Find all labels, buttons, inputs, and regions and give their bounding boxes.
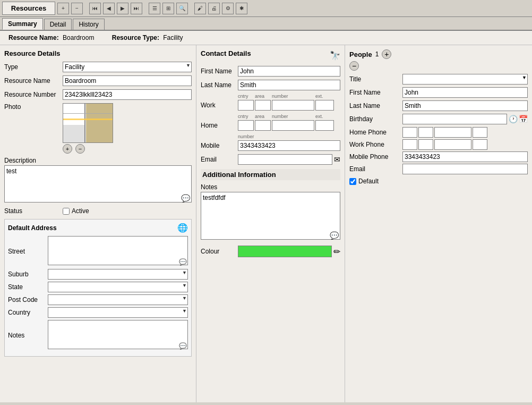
- nav-back-back-button[interactable]: ⏮: [89, 3, 101, 14]
- resource-name-input[interactable]: [63, 75, 192, 86]
- tab-detail[interactable]: Detail: [44, 19, 72, 30]
- birthday-input[interactable]: [402, 114, 507, 124]
- state-row: State: [8, 282, 188, 292]
- birthday-calendar-icon[interactable]: 📅: [519, 115, 528, 123]
- people-firstname-input[interactable]: [402, 87, 528, 98]
- photo-controls: + −: [63, 144, 85, 154]
- work-number-label: number: [272, 94, 314, 99]
- add-button[interactable]: +: [57, 3, 69, 14]
- work-number-input[interactable]: [272, 100, 314, 111]
- people-lastname-input[interactable]: [402, 100, 528, 111]
- email-send-icon[interactable]: ✉: [334, 155, 340, 164]
- tab-history[interactable]: History: [73, 19, 104, 30]
- postcode-select[interactable]: [48, 294, 188, 305]
- street-textarea[interactable]: [48, 236, 188, 265]
- globe-icon[interactable]: 🌐: [177, 223, 188, 233]
- mid-panel: Contact Details 🔭 First Name Last Name c…: [196, 45, 345, 402]
- home-phone-label: Home: [201, 122, 238, 129]
- people-home-ext-input[interactable]: [473, 127, 487, 138]
- remove-button[interactable]: −: [71, 3, 83, 14]
- active-checkbox-label[interactable]: Active: [63, 207, 89, 215]
- resource-name-label: Resource Name: [4, 77, 63, 85]
- postcode-label: Post Code: [8, 296, 48, 303]
- country-label: Country: [8, 309, 48, 316]
- people-title-select[interactable]: [402, 74, 528, 85]
- work-phone-inputs: [238, 100, 334, 111]
- mobile-phone-input[interactable]: [238, 140, 340, 151]
- contact-lastname-input[interactable]: [238, 80, 340, 90]
- active-checkbox[interactable]: [63, 208, 70, 215]
- description-area: Description test 💬: [4, 157, 192, 204]
- suburb-row: Suburb: [8, 269, 188, 280]
- tab-summary[interactable]: Summary: [2, 18, 43, 30]
- resource-name-label: Resource Name:: [8, 34, 59, 41]
- resource-number-input[interactable]: [63, 89, 192, 100]
- gear-button[interactable]: ⚙: [222, 3, 234, 14]
- birthday-label: Birthday: [349, 115, 402, 123]
- toolbar: Resources + − ⏮ ◀ ▶ ⏭ ☰ ⊞ 🔍 🖌 🖨 ⚙ ✱: [0, 0, 532, 17]
- addr-notes-textarea[interactable]: [48, 320, 188, 349]
- photo-remove-button[interactable]: −: [75, 144, 85, 154]
- addr-notes-label: Notes: [8, 332, 48, 339]
- home-number-input[interactable]: [272, 120, 314, 131]
- people-email-input[interactable]: [402, 164, 528, 174]
- people-home-area-input[interactable]: [418, 127, 433, 138]
- people-lastname-row: Last Name: [349, 100, 528, 111]
- birthday-clock-icon[interactable]: 🕐: [509, 115, 518, 123]
- people-home-phone-row: Home Phone: [349, 127, 528, 138]
- street-row: Street 💬: [8, 236, 188, 267]
- more-button[interactable]: ✱: [236, 3, 247, 14]
- work-area-label: area: [255, 94, 271, 99]
- contact-firstname-label: First Name: [201, 68, 238, 75]
- people-add-button[interactable]: +: [382, 49, 391, 59]
- home-cntry-label: cntry: [238, 114, 254, 119]
- work-cntry-input[interactable]: [238, 100, 254, 111]
- photo-add-button[interactable]: +: [63, 144, 72, 154]
- description-textarea[interactable]: test: [4, 165, 192, 203]
- home-area-input[interactable]: [255, 120, 271, 131]
- colour-row: Colour ✏: [201, 246, 340, 257]
- people-count: 1: [375, 50, 379, 58]
- people-mobile-phone-input[interactable]: [402, 151, 528, 162]
- people-work-ext-input[interactable]: [473, 139, 487, 150]
- print-button[interactable]: 🖨: [208, 3, 220, 14]
- type-select[interactable]: Facility: [63, 62, 192, 72]
- people-work-number-input[interactable]: [434, 139, 471, 150]
- people-home-cntry-input[interactable]: [402, 127, 417, 138]
- contact-firstname-input[interactable]: [238, 66, 340, 77]
- addr-notes-row: Notes 💬: [8, 320, 188, 351]
- photo-preview: [63, 103, 113, 143]
- address-section: Default Address 🌐 Street 💬 Suburb: [4, 219, 192, 357]
- email-label: Email: [201, 156, 238, 163]
- zoom-button[interactable]: 🔍: [176, 3, 188, 14]
- notes-textarea[interactable]: testfdfdf: [201, 192, 340, 240]
- photo-label: Photo: [4, 103, 63, 111]
- paint-button[interactable]: 🖌: [194, 3, 206, 14]
- state-select[interactable]: [48, 282, 188, 292]
- work-area-input[interactable]: [255, 100, 271, 111]
- people-work-cntry-input[interactable]: [402, 139, 417, 150]
- binocular-icon[interactable]: 🔭: [330, 50, 340, 61]
- nav-play-button[interactable]: ▶: [117, 3, 128, 14]
- nav-back-button[interactable]: ◀: [103, 3, 115, 14]
- home-phone-inputs: [238, 120, 334, 131]
- nav-fwd-button[interactable]: ⏭: [131, 3, 142, 14]
- colour-box[interactable]: [238, 246, 332, 257]
- colour-edit-icon[interactable]: ✏: [333, 247, 340, 257]
- people-home-number-input[interactable]: [434, 127, 471, 138]
- home-cntry-input[interactable]: [238, 120, 254, 131]
- people-remove-button[interactable]: −: [349, 61, 359, 71]
- country-select[interactable]: [48, 307, 188, 318]
- suburb-select[interactable]: [48, 269, 188, 280]
- resource-type-label: Resource Type:: [112, 34, 159, 41]
- resources-button[interactable]: Resources: [2, 2, 55, 15]
- grid-view-button[interactable]: ⊞: [162, 3, 174, 14]
- list-view-button[interactable]: ☰: [149, 3, 160, 14]
- work-ext-input[interactable]: [315, 100, 334, 111]
- email-input[interactable]: [238, 154, 332, 165]
- default-checkbox[interactable]: [349, 178, 356, 185]
- people-work-area-input[interactable]: [418, 139, 433, 150]
- home-ext-input[interactable]: [315, 120, 334, 131]
- contact-firstname-row: First Name: [201, 66, 340, 77]
- mobile-phone-row: Mobile: [201, 140, 340, 151]
